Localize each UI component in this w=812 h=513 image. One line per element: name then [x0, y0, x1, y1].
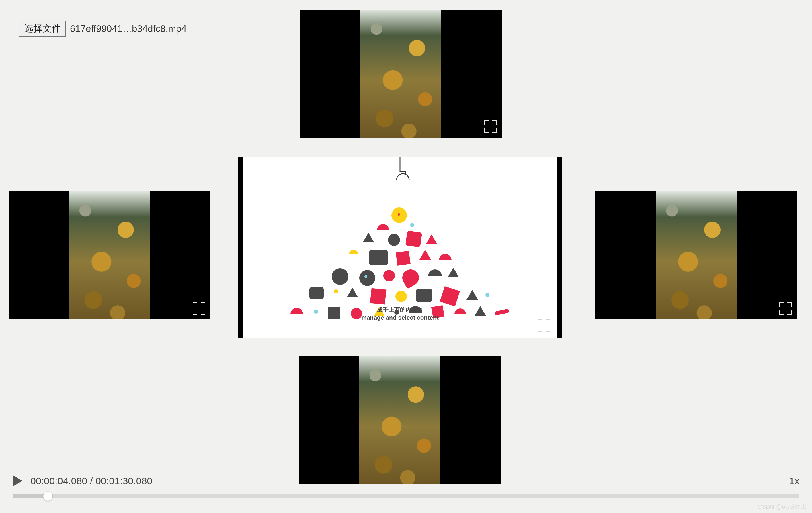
expand-icon[interactable]	[779, 302, 792, 315]
video-thumbnail-top[interactable]	[300, 10, 502, 138]
video-caption: 成千上万的内容中 manage and select content	[361, 306, 439, 321]
foliage-image	[359, 356, 440, 484]
playback-speed[interactable]: 1x	[789, 476, 800, 487]
expand-icon[interactable]	[538, 319, 550, 332]
selected-filename: 617eff99041…b34dfc8.mp4	[70, 23, 187, 34]
hook-icon	[388, 157, 411, 186]
foliage-image	[656, 191, 736, 319]
foliage-image	[69, 191, 150, 319]
video-caption-en: manage and select content	[361, 314, 439, 321]
video-main-content: 成千上万的内容中 manage and select content	[243, 157, 557, 338]
video-main[interactable]: 成千上万的内容中 manage and select content	[238, 157, 562, 338]
time-separator: /	[87, 476, 95, 486]
player-controls: 00:00:04.080 / 00:01:30.080 1x	[12, 475, 800, 487]
expand-icon[interactable]	[193, 302, 205, 315]
watermark: CSDN @owei在此	[757, 503, 806, 511]
current-time: 00:00:04.080	[30, 476, 87, 486]
file-picker: 选择文件 617eff99041…b34dfc8.mp4	[19, 21, 187, 37]
progress-fill	[12, 494, 48, 498]
video-caption-cn: 成千上万的内容中	[361, 306, 439, 313]
choose-file-button[interactable]: 选择文件	[19, 21, 66, 37]
time-display: 00:00:04.080 / 00:01:30.080	[30, 476, 152, 487]
video-thumbnail-bottom[interactable]	[299, 356, 501, 484]
video-thumbnail-right[interactable]	[595, 191, 797, 319]
foliage-image	[360, 10, 441, 138]
progress-handle[interactable]	[43, 491, 53, 501]
expand-icon[interactable]	[484, 120, 497, 133]
play-button[interactable]	[12, 475, 22, 487]
video-thumbnail-left[interactable]	[9, 191, 210, 319]
progress-bar[interactable]	[12, 494, 800, 498]
duration: 00:01:30.080	[95, 476, 152, 486]
